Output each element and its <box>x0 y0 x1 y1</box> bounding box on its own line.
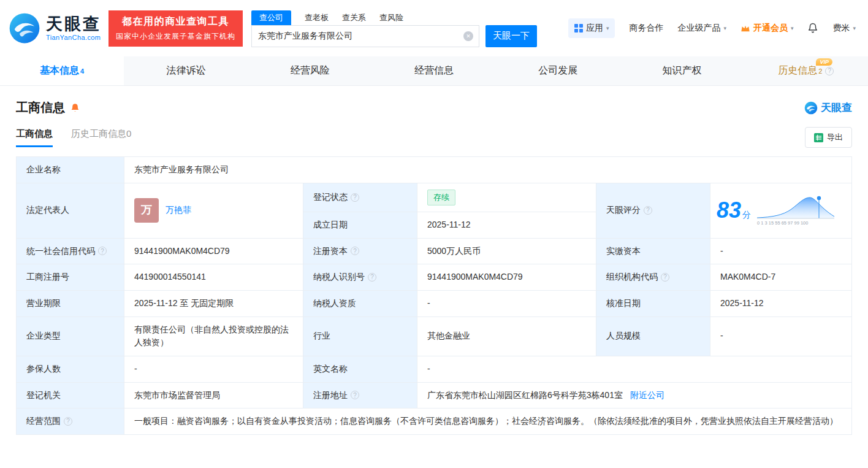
row-term-dates: 营业期限 2025-11-12 至 无固定期限 纳税人资质 - 核准日期 202… <box>17 290 852 316</box>
logo-wave-icon <box>9 12 40 44</box>
search-button[interactable]: 天眼一下 <box>485 25 537 47</box>
tab-company-development[interactable]: 公司发展 <box>496 56 620 85</box>
tab-intellectual-property[interactable]: 知识产权 <box>620 56 744 85</box>
field-label: 行业 <box>303 316 417 356</box>
export-button[interactable]: 导出 <box>805 127 852 148</box>
monitor-bell-icon[interactable] <box>70 102 80 113</box>
banner-line2: 国家中小企业发展子基金旗下机构 <box>116 31 235 42</box>
help-icon[interactable]: ? <box>351 391 359 399</box>
top-nav: 应用 ▾ 商务合作 企业级产品 ▾ 开通会员 ▾ 费米 ▾ <box>568 18 868 38</box>
tab-label: 经营信息 <box>414 64 454 77</box>
section-header: 工商信息 天眼查 <box>0 99 868 116</box>
row-legal-rep-status: 法定代表人 万 万艳菲 登记状态? 存续 天眼评分? 83分 <box>17 183 852 212</box>
logo-wave-icon <box>804 101 818 115</box>
tab-operation-info[interactable]: 经营信息 <box>372 56 496 85</box>
field-value: 其他金融业 <box>417 316 596 356</box>
help-icon[interactable]: ? <box>98 247 107 255</box>
search-tab-risk[interactable]: 查风险 <box>379 10 403 25</box>
score-value: 83分 <box>717 199 751 222</box>
chevron-down-icon: ▾ <box>853 25 856 31</box>
help-icon[interactable]: ? <box>351 193 359 202</box>
legal-rep-avatar[interactable]: 万 <box>134 198 159 223</box>
nav-enterprise-products[interactable]: 企业级产品 ▾ <box>677 23 726 34</box>
search-tab-company[interactable]: 查公司 <box>251 10 291 25</box>
field-label: 天眼评分? <box>596 183 710 238</box>
subtab-business-info[interactable]: 工商信息 <box>16 128 53 147</box>
banner-line1: 都在用的商业查询工具 <box>116 15 235 28</box>
tab-count: 4 <box>80 67 84 75</box>
search-tab-boss[interactable]: 查老板 <box>305 10 329 25</box>
search-tab-relation[interactable]: 查关系 <box>342 10 366 25</box>
field-label: 核准日期 <box>596 290 710 316</box>
field-label: 经营范围? <box>17 409 124 435</box>
nav-user-menu[interactable]: 费米 ▾ <box>832 23 856 34</box>
field-label: 纳税人资质 <box>303 290 417 316</box>
field-value: 2025-11-12 至 无固定期限 <box>124 290 303 316</box>
field-label: 工商注册号 <box>17 264 124 291</box>
tab-basic-info[interactable]: 基本信息4 <box>0 56 124 85</box>
row-company-name: 企业名称 东莞市产业服务有限公司 <box>17 157 852 183</box>
field-label: 组织机构代码? <box>596 264 710 291</box>
help-icon[interactable]: ? <box>644 206 652 215</box>
field-value: MAK0M4CD-7 <box>710 264 852 291</box>
tab-label: 经营风险 <box>291 64 330 77</box>
field-value: 2025-11-12 <box>710 290 852 316</box>
field-value: - <box>417 290 596 316</box>
help-icon[interactable]: ? <box>368 273 376 282</box>
tab-label: 法律诉讼 <box>166 64 205 77</box>
help-icon[interactable]: ? <box>64 417 72 426</box>
field-value: 东莞市市场监督管理局 <box>124 382 303 409</box>
help-icon[interactable]: ? <box>661 273 669 282</box>
watermark-brand-label: 天眼查 <box>821 101 852 115</box>
row-credit-capital: 统一社会信用代码? 91441900MAK0M4CD79 注册资本? 5000万… <box>17 238 852 264</box>
tab-history-info[interactable]: VIP 历史信息2 ? <box>744 56 868 85</box>
nav-business-cooperation[interactable]: 商务合作 <box>629 23 663 34</box>
excel-export-icon <box>814 133 823 142</box>
business-info-table: 企业名称 东莞市产业服务有限公司 法定代表人 万 万艳菲 登记状态? 存续 天眼… <box>16 156 852 435</box>
topbar: 天眼查 TianYanCha.com 都在用的商业查询工具 国家中小企业发展子基… <box>0 0 868 56</box>
field-value: 广东省东莞市松山湖园区红棉路6号科学苑3栋401室 附近公司 <box>417 382 852 409</box>
subtab-history-business-info[interactable]: 历史工商信息0 <box>71 128 131 147</box>
tab-legal-litigation[interactable]: 法律诉讼 <box>124 56 248 85</box>
field-label: 纳税人识别号? <box>303 264 417 291</box>
help-icon[interactable]: ? <box>351 247 359 255</box>
apps-menu[interactable]: 应用 ▾ <box>568 18 615 38</box>
search-tabs: 查公司 查老板 查关系 查风险 <box>251 10 537 25</box>
company-page-tabs: 基本信息4 法律诉讼 经营风险 经营信息 公司发展 知识产权 VIP 历史信息2… <box>0 56 868 86</box>
help-icon[interactable]: ? <box>825 67 834 75</box>
bell-icon <box>807 22 818 34</box>
search-box: ✕ <box>251 25 479 47</box>
legal-rep-link[interactable]: 万艳菲 <box>166 204 191 217</box>
field-value: 存续 <box>417 183 596 212</box>
row-authority-address: 登记机关 东莞市市场监督管理局 注册地址? 广东省东莞市松山湖园区红棉路6号科学… <box>17 382 852 409</box>
row-insured-english: 参保人数 - 英文名称 - <box>17 356 852 382</box>
chevron-down-icon: ▾ <box>791 25 794 31</box>
row-type-industry: 企业类型 有限责任公司（非自然人投资或控股的法人独资） 行业 其他金融业 人员规… <box>17 316 852 356</box>
chevron-down-icon: ▾ <box>606 25 609 31</box>
field-label: 法定代表人 <box>17 183 124 238</box>
field-label: 企业类型 <box>17 316 124 356</box>
apps-grid-icon <box>574 24 583 33</box>
brand-domain: TianYanCha.com <box>46 34 101 41</box>
row-business-scope: 经营范围? 一般项目：融资咨询服务；以自有资金从事投资活动；信息咨询服务（不含许… <box>17 409 852 435</box>
username-label: 费米 <box>832 23 850 34</box>
nav-open-vip[interactable]: 开通会员 ▾ <box>740 23 794 34</box>
field-label: 参保人数 <box>17 356 124 382</box>
field-value: 91441900MAK0M4CD79 <box>417 264 596 291</box>
address-text: 广东省东莞市松山湖园区红棉路6号科学苑3栋401室 <box>427 389 623 402</box>
status-badge: 存续 <box>427 190 455 205</box>
nearby-companies-link[interactable]: 附近公司 <box>630 389 664 402</box>
tianyancha-logo[interactable]: 天眼查 TianYanCha.com <box>9 12 101 44</box>
tab-label: 公司发展 <box>538 64 577 77</box>
enterprise-label: 企业级产品 <box>677 23 720 34</box>
field-label: 实缴资本 <box>596 238 710 264</box>
tab-operation-risk[interactable]: 经营风险 <box>248 56 372 85</box>
field-value: 2025-11-12 <box>417 212 596 238</box>
search-input[interactable] <box>252 26 479 47</box>
field-value: - <box>710 238 852 264</box>
field-value: 441900014550141 <box>124 264 303 291</box>
field-value: 一般项目：融资咨询服务；以自有资金从事投资活动；信息咨询服务（不含许可类信息咨询… <box>124 409 852 435</box>
clear-search-icon[interactable]: ✕ <box>463 31 473 41</box>
field-label: 统一社会信用代码? <box>17 238 124 264</box>
notification-bell[interactable] <box>807 22 818 34</box>
